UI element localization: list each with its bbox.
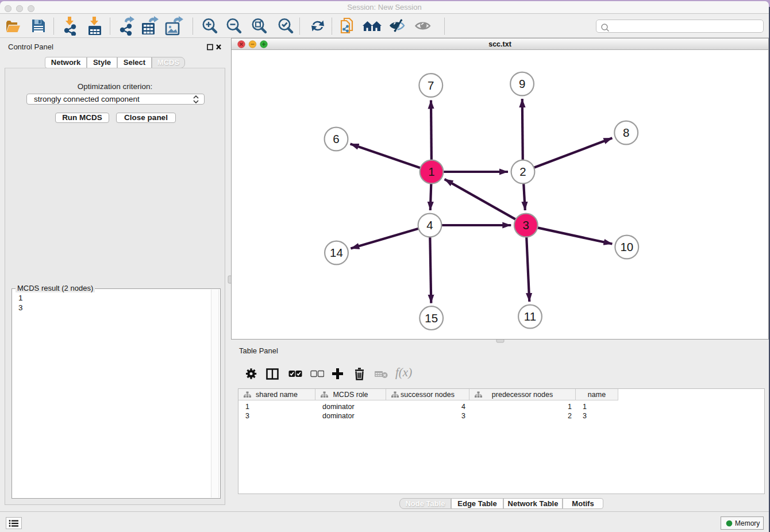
svg-text:8: 8 — [623, 126, 629, 139]
svg-text:4: 4 — [426, 218, 433, 232]
svg-text:10: 10 — [620, 240, 633, 253]
svg-text:1: 1 — [428, 165, 434, 178]
svg-text:9: 9 — [519, 77, 525, 90]
svg-text:6: 6 — [333, 132, 339, 145]
svg-text:11: 11 — [524, 310, 536, 323]
svg-text:7: 7 — [428, 79, 434, 92]
svg-text:3: 3 — [523, 218, 529, 232]
svg-text:15: 15 — [425, 311, 438, 325]
svg-text:2: 2 — [519, 165, 526, 178]
svg-text:14: 14 — [330, 246, 343, 259]
